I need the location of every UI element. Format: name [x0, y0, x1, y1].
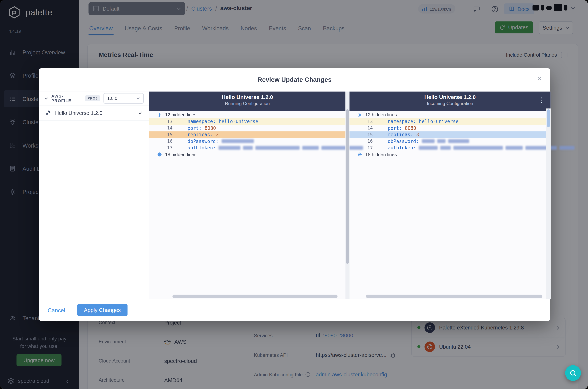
horizontal-scrollbar[interactable]: [350, 294, 550, 298]
profile-version-value: 1.0.0: [107, 96, 117, 101]
line-number: 15: [149, 132, 178, 137]
masked-value: [506, 146, 523, 150]
line-number: 17: [149, 145, 178, 151]
code-line-14: 14port:8080: [350, 125, 550, 131]
masked-value: [222, 139, 254, 143]
expand-lines-icon[interactable]: [358, 152, 362, 157]
hidden-lines-row[interactable]: 18 hidden lines: [149, 151, 346, 158]
yaml-value: 2: [216, 132, 219, 137]
hidden-lines-label: 12 hidden lines: [165, 112, 197, 117]
scrollbar-thumb[interactable]: [346, 109, 349, 264]
profile-header-row: AWS-PROFILE PROJ 1.0.0: [39, 92, 149, 105]
line-number: 14: [149, 126, 178, 131]
hidden-lines-label: 18 hidden lines: [365, 152, 397, 157]
line-number: 16: [350, 139, 378, 144]
support-fab-button[interactable]: [565, 365, 581, 381]
yaml-key: dbPassword:: [187, 138, 218, 144]
yaml-value: 8080: [405, 125, 416, 131]
expand-lines-icon[interactable]: [358, 113, 362, 117]
code-editor[interactable]: 12 hidden lines13namespace:hello-univers…: [149, 111, 346, 299]
scrollbar-thumb[interactable]: [547, 109, 550, 127]
yaml-key: dbPassword:: [388, 138, 419, 144]
profile-layer-label: Hello Universe 1.2.0: [55, 110, 102, 116]
modal-footer: Cancel Apply Changes: [39, 299, 550, 321]
scrollbar-thumb[interactable]: [366, 294, 542, 298]
masked-value: [219, 146, 240, 150]
diff-pane-running: Hello Universe 1.2.0Running Configuratio…: [149, 92, 346, 299]
modal-header: Review Update Changes ×: [39, 68, 550, 92]
magnifier-icon: [569, 369, 577, 377]
expand-lines-icon[interactable]: [157, 113, 162, 117]
hidden-lines-row[interactable]: 12 hidden lines: [350, 111, 550, 118]
code-line-13: 13namespace:hello-universe: [350, 118, 550, 125]
apply-changes-button[interactable]: Apply Changes: [77, 304, 128, 316]
code-line-15: 15replicas:2: [149, 131, 346, 138]
code-line-17: 17authToken:: [149, 144, 346, 151]
hidden-lines-label: 12 hidden lines: [365, 112, 397, 117]
yaml-key: authToken:: [187, 145, 216, 151]
diff-pane-header: Hello Universe 1.2.0Running Configuratio…: [149, 92, 346, 111]
screen: palette 4.4.19 Project OverviewProfilesC…: [0, 0, 588, 389]
kebab-menu-icon[interactable]: ⋮: [538, 96, 545, 104]
yaml-value: 8080: [205, 125, 216, 131]
yaml-key: authToken:: [388, 145, 416, 151]
line-number: 16: [149, 139, 178, 144]
yaml-key: namespace:: [187, 119, 216, 124]
modal-title: Review Update Changes: [258, 76, 332, 84]
vertical-scrollbar[interactable]: [346, 92, 350, 299]
masked-value: [322, 146, 346, 150]
masked-value: [559, 146, 575, 150]
masked-value: [453, 146, 503, 150]
line-number: 15: [350, 132, 378, 137]
yaml-key: replicas:: [388, 132, 413, 137]
modal-body: AWS-PROFILE PROJ 1.0.0 Hello Universe 1.…: [39, 92, 550, 299]
pane-subtitle: Incoming Configuration: [350, 101, 550, 106]
profile-name: AWS-PROFILE: [52, 94, 82, 103]
code-line-15: 15replicas:3: [350, 131, 550, 138]
yaml-key: namespace:: [388, 119, 416, 124]
code-line-16: 16dbPassword:: [350, 138, 550, 144]
hidden-lines-row[interactable]: 18 hidden lines: [350, 151, 550, 158]
close-icon[interactable]: ×: [537, 75, 542, 83]
masked-value: [448, 139, 469, 143]
review-update-changes-modal: Review Update Changes × AWS-PROFILE PROJ…: [39, 68, 550, 321]
line-number: 14: [350, 126, 378, 131]
diff-pane-incoming: Hello Universe 1.2.0Incoming Configurati…: [350, 92, 550, 299]
line-number: 17: [350, 145, 378, 151]
masked-value: [243, 146, 253, 150]
yaml-value: hello-universe: [219, 119, 258, 124]
pane-title: Hello Universe 1.2.0: [350, 94, 550, 100]
code-line-17: 17authToken:: [350, 144, 550, 151]
cancel-button[interactable]: Cancel: [48, 307, 65, 313]
expand-lines-icon[interactable]: [157, 152, 162, 157]
rocket-icon: [45, 110, 51, 116]
masked-value: [440, 146, 451, 150]
pane-subtitle: Running Configuration: [149, 101, 346, 106]
masked-value: [419, 146, 438, 150]
vertical-scrollbar-right[interactable]: [546, 108, 551, 299]
yaml-key: replicas:: [187, 132, 213, 137]
yaml-key: port:: [388, 125, 402, 131]
chevron-down-icon[interactable]: [44, 97, 48, 99]
horizontal-scrollbar[interactable]: [149, 294, 346, 298]
masked-value: [437, 139, 445, 143]
line-number: 13: [149, 119, 178, 124]
profile-version-select[interactable]: 1.0.0: [103, 93, 144, 104]
hidden-lines-row[interactable]: 12 hidden lines: [149, 111, 346, 118]
yaml-key: port:: [187, 125, 202, 131]
diff-view: Hello Universe 1.2.0Running Configuratio…: [149, 92, 551, 299]
code-line-14: 14port:8080: [149, 125, 346, 131]
code-editor[interactable]: 12 hidden lines13namespace:hello-univers…: [350, 111, 550, 299]
masked-value: [256, 146, 300, 150]
scrollbar-thumb[interactable]: [173, 294, 337, 298]
app-window: palette 4.4.19 Project OverviewProfilesC…: [0, 0, 588, 389]
profile-scope-badge: PROJ: [85, 95, 100, 101]
profile-panel: AWS-PROFILE PROJ 1.0.0 Hello Universe 1.…: [39, 92, 149, 299]
yaml-value: hello-universe: [419, 119, 459, 124]
diff-pane-header: Hello Universe 1.2.0Incoming Configurati…: [350, 92, 550, 111]
code-line-13: 13namespace:hello-universe: [149, 118, 346, 125]
masked-value: [422, 139, 435, 143]
masked-value: [525, 146, 557, 150]
profile-layer-item[interactable]: Hello Universe 1.2.0 ✓: [39, 105, 149, 121]
yaml-value: 3: [416, 132, 419, 137]
